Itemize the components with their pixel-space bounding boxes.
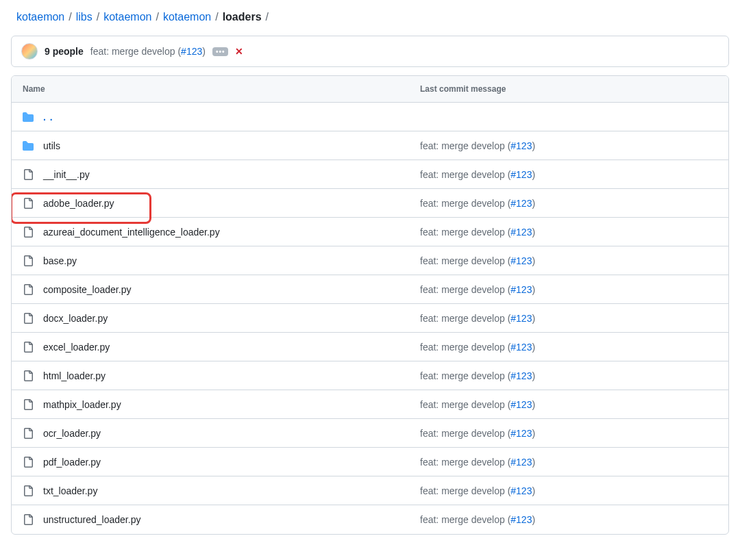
file-icon (23, 485, 34, 496)
commit-message-cell[interactable]: feat: merge develop (#123) (409, 135, 728, 157)
file-link[interactable]: ocr_loader.py (43, 428, 101, 439)
commit-msg-suffix: ) (532, 342, 535, 353)
commit-msg-suffix: ) (532, 169, 535, 180)
commit-msg-suffix: ) (532, 198, 535, 209)
commit-msg-prefix: feat: merge develop ( (420, 227, 510, 238)
commit-msg-suffix: ) (532, 284, 535, 295)
commit-msg-suffix: ) (532, 370, 535, 381)
commit-msg-suffix: ) (532, 140, 535, 151)
file-table: Name Last commit message . . utilsfeat: … (11, 75, 729, 535)
table-row: pdf_loader.pyfeat: merge develop (#123) (12, 448, 728, 476)
commit-message-cell[interactable]: feat: merge develop (#123) (409, 221, 728, 243)
commit-msg-prefix: feat: merge develop ( (420, 514, 510, 525)
pr-link[interactable]: #123 (510, 457, 532, 468)
file-link[interactable]: docx_loader.py (43, 313, 108, 324)
commit-message[interactable]: feat: merge develop (#123) (90, 46, 206, 57)
commit-message-cell[interactable]: feat: merge develop (#123) (409, 279, 728, 301)
file-link[interactable]: composite_loader.py (43, 284, 131, 295)
commit-msg-prefix: feat: merge develop ( (420, 140, 510, 151)
pr-link[interactable]: #123 (510, 342, 532, 353)
breadcrumb-item[interactable]: kotaemon (103, 11, 151, 23)
file-link[interactable]: base.py (43, 255, 77, 266)
commit-msg-prefix: feat: merge develop ( (420, 399, 510, 410)
status-failed-icon[interactable]: ✕ (235, 46, 243, 57)
commit-message-cell[interactable]: feat: merge develop (#123) (409, 394, 728, 416)
commit-message-cell[interactable]: feat: merge develop (#123) (409, 192, 728, 214)
table-row: mathpix_loader.pyfeat: merge develop (#1… (12, 390, 728, 419)
breadcrumb: kotaemon / libs / kotaemon / kotaemon / … (11, 0, 729, 36)
pr-link[interactable]: #123 (510, 370, 532, 381)
table-row: txt_loader.pyfeat: merge develop (#123) (12, 476, 728, 505)
table-row: adobe_loader.pyfeat: merge develop (#123… (12, 189, 728, 218)
file-link[interactable]: __init__.py (43, 169, 90, 180)
file-link[interactable]: utils (43, 140, 60, 151)
breadcrumb-separator: / (69, 11, 71, 23)
pr-link[interactable]: #123 (510, 169, 532, 180)
commit-msg-suffix: ) (532, 399, 535, 410)
breadcrumb-current: loaders (223, 11, 262, 23)
commit-message-cell[interactable]: feat: merge develop (#123) (409, 307, 728, 329)
avatar[interactable] (21, 43, 38, 60)
commit-message-cell[interactable]: feat: merge develop (#123) (409, 509, 728, 531)
file-link[interactable]: unstructured_loader.py (43, 514, 140, 525)
pr-link[interactable]: #123 (510, 255, 532, 266)
pr-link[interactable]: #123 (510, 399, 532, 410)
file-icon (23, 169, 34, 180)
table-header: Name Last commit message (12, 76, 728, 103)
file-link[interactable]: azureai_document_intelligence_loader.py (43, 227, 220, 238)
contributors-count[interactable]: 9 people (45, 46, 84, 57)
file-link[interactable]: excel_loader.py (43, 342, 110, 353)
commit-msg-prefix: feat: merge develop ( (420, 169, 510, 180)
commit-msg-suffix: ) (532, 485, 535, 496)
commit-msg-prefix: feat: merge develop ( (420, 284, 510, 295)
breadcrumb-item[interactable]: libs (76, 11, 92, 23)
table-row-parent[interactable]: . . (12, 103, 728, 131)
commit-message-cell[interactable]: feat: merge develop (#123) (409, 164, 728, 186)
commit-msg-prefix: feat: merge develop ( (420, 342, 510, 353)
folder-icon (23, 140, 34, 151)
table-row: docx_loader.pyfeat: merge develop (#123) (12, 304, 728, 333)
commit-msg-prefix: feat: merge develop ( (420, 485, 510, 496)
latest-commit-bar: 9 people feat: merge develop (#123) ••• … (11, 36, 729, 67)
commit-msg-suffix: ) (532, 428, 535, 439)
file-icon (23, 399, 34, 410)
file-link[interactable]: mathpix_loader.py (43, 399, 121, 410)
file-link[interactable]: pdf_loader.py (43, 457, 101, 468)
commit-msg-prefix: feat: merge develop ( (420, 428, 510, 439)
breadcrumb-separator: / (97, 11, 99, 23)
table-row: composite_loader.pyfeat: merge develop (… (12, 275, 728, 304)
commit-msg-suffix: ) (532, 227, 535, 238)
parent-dir-link[interactable]: . . (43, 112, 53, 123)
pr-link[interactable]: #123 (510, 514, 532, 525)
column-header-name: Name (12, 76, 409, 102)
commit-msg-suffix: ) (532, 514, 535, 525)
pr-link[interactable]: #123 (510, 198, 532, 209)
file-link[interactable]: txt_loader.py (43, 485, 97, 496)
breadcrumb-item[interactable]: kotaemon (163, 11, 211, 23)
file-icon (23, 514, 34, 525)
table-row: ocr_loader.pyfeat: merge develop (#123) (12, 419, 728, 448)
pr-link[interactable]: #123 (510, 140, 532, 151)
pr-link[interactable]: #123 (510, 428, 532, 439)
pr-link[interactable]: #123 (510, 227, 532, 238)
commit-message-cell[interactable]: feat: merge develop (#123) (409, 365, 728, 387)
commit-msg-prefix: feat: merge develop ( (420, 370, 510, 381)
file-link[interactable]: adobe_loader.py (43, 198, 114, 209)
commit-message-cell[interactable]: feat: merge develop (#123) (409, 451, 728, 473)
commit-message-cell[interactable]: feat: merge develop (#123) (409, 422, 728, 444)
commit-message-cell[interactable]: feat: merge develop (#123) (409, 480, 728, 502)
table-row: azureai_document_intelligence_loader.pyf… (12, 218, 728, 246)
ellipsis-badge[interactable]: ••• (212, 47, 229, 56)
file-link[interactable]: html_loader.py (43, 370, 106, 381)
breadcrumb-item[interactable]: kotaemon (16, 11, 64, 23)
commit-message-cell[interactable]: feat: merge develop (#123) (409, 250, 728, 272)
commit-msg-prefix: feat: merge develop ( (420, 255, 510, 266)
file-icon (23, 457, 34, 468)
pr-link[interactable]: #123 (510, 485, 532, 496)
file-icon (23, 284, 34, 295)
pr-link[interactable]: #123 (510, 284, 532, 295)
table-row: __init__.pyfeat: merge develop (#123) (12, 160, 728, 189)
pr-link[interactable]: #123 (510, 313, 532, 324)
commit-message-cell[interactable]: feat: merge develop (#123) (409, 336, 728, 358)
pr-link[interactable]: #123 (181, 46, 202, 57)
